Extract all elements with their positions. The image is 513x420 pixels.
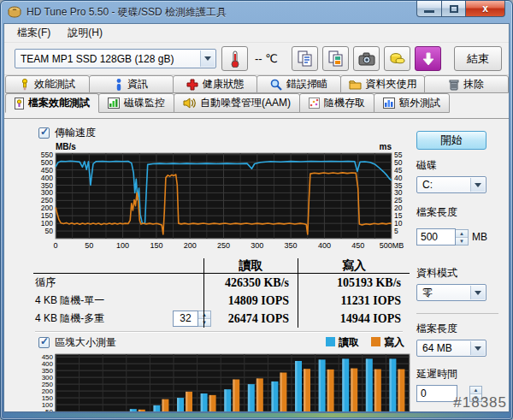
block-size-checkbox[interactable] <box>38 337 50 348</box>
screenshot-button[interactable] <box>353 46 380 71</box>
tab-random-access[interactable]: 隨機存取 <box>299 93 374 113</box>
file-benchmark-icon <box>15 98 24 109</box>
tab-error-scan[interactable]: 錯誤掃瞄 <box>256 75 341 93</box>
tab-aam[interactable]: 自動噪聲管理(AAM) <box>174 93 300 113</box>
svg-text:50: 50 <box>45 227 54 235</box>
svg-text:50: 50 <box>85 241 93 250</box>
exit-button[interactable]: 結束 <box>454 46 502 71</box>
block-size-label: 區塊大小測量 <box>55 335 116 350</box>
tab-extra-tests-label: 額外測試 <box>399 96 440 110</box>
tab-error-scan-label: 錯誤掃瞄 <box>286 77 327 92</box>
column-header-write: 寫入 <box>298 258 410 273</box>
download-arrow-icon <box>422 52 434 66</box>
tab-benchmark-label: 效能測試 <box>34 77 75 92</box>
temperature-value: -- ℃ <box>255 52 278 65</box>
tab-disk-monitor[interactable]: 磁碟監控 <box>98 93 174 113</box>
chevron-down-icon <box>470 286 485 299</box>
tab-extra-tests[interactable]: 額外測試 <box>374 93 450 113</box>
data-pattern-select[interactable]: 零 <box>416 284 486 301</box>
svg-text:0: 0 <box>53 241 57 250</box>
data-pattern-label: 資料模式 <box>416 266 500 281</box>
svg-text:350: 350 <box>285 241 298 250</box>
tab-aam-label: 自動噪聲管理(AAM) <box>200 96 291 110</box>
minimize-icon <box>424 10 434 13</box>
benchmark-content: 傳輸速度 MB/sms55050045040035030025020015010… <box>4 119 408 411</box>
extra-tests-icon <box>383 98 395 109</box>
benchmark-icon <box>20 79 30 91</box>
delay-value[interactable]: 0 <box>416 385 457 402</box>
minimize-button[interactable] <box>416 1 442 17</box>
file-benchmark-pane: 傳輸速度 MB/sms55050045040035030025020015010… <box>4 118 509 411</box>
info-icon <box>115 79 123 91</box>
queue-depth-value[interactable]: 32 <box>173 311 198 327</box>
svg-text:150: 150 <box>150 241 162 250</box>
row-4k-single-label: 4 KB 隨機-單一 <box>33 292 173 310</box>
menu-bar: 檔案(F) 說明(H) <box>4 24 509 43</box>
toolbar: TEAM MP1 SSD 128GB (128 gB) -- ℃ <box>4 43 509 75</box>
write-swatch-icon <box>371 337 380 346</box>
data-pattern-value: 零 <box>422 286 433 300</box>
watermark: #18385 <box>453 394 507 411</box>
block-file-length-select[interactable]: 64 MB <box>416 340 486 357</box>
trash-icon <box>449 79 459 91</box>
update-button[interactable] <box>415 46 441 71</box>
copy-text-button[interactable] <box>292 46 318 71</box>
thermometer-icon <box>230 50 240 68</box>
sequential-write-value: 105193 KB/s <box>298 274 410 292</box>
maximize-icon <box>450 5 458 13</box>
tab-info-label: 資訊 <box>127 77 148 92</box>
titlebar[interactable]: HD Tune Pro 5.50 - 硬碟/SSD 檢測維護工具 x <box>1 1 512 23</box>
tab-row-main: 效能測試 資訊 健康狀態 錯誤掃瞄 資料夾使用 抹除 <box>4 75 509 93</box>
section-divider <box>35 331 403 333</box>
tab-file-benchmark[interactable]: 檔案效能測試 <box>5 93 99 113</box>
close-button[interactable]: x <box>466 1 505 17</box>
tab-random-access-label: 隨機存取 <box>324 96 365 110</box>
folder-icon <box>349 79 362 90</box>
tab-folder-usage[interactable]: 資料夾使用 <box>340 75 425 93</box>
tab-disk-monitor-label: 磁碟監控 <box>124 96 165 110</box>
maximize-button[interactable] <box>442 1 466 17</box>
svg-text:100: 100 <box>116 241 129 250</box>
app-icon <box>8 6 21 18</box>
file-length-value[interactable]: 500 <box>416 228 456 245</box>
tab-health-label: 健康狀態 <box>203 77 244 92</box>
tab-erase[interactable]: 抹除 <box>424 75 509 93</box>
random-access-icon <box>309 98 320 109</box>
file-length-arrows[interactable]: ▲▼ <box>456 229 469 245</box>
camera-icon <box>358 52 375 66</box>
close-icon: x <box>482 3 488 15</box>
legend-write: 寫入 <box>371 335 404 350</box>
disk-label: 磁碟 <box>416 158 500 173</box>
svg-text:50: 50 <box>45 408 53 412</box>
transfer-speed-checkbox[interactable] <box>38 127 50 139</box>
drive-select[interactable]: TEAM MP1 SSD 128GB (128 gB) <box>15 49 216 68</box>
file-length-label: 檔案長度 <box>416 205 500 220</box>
tab-folder-usage-label: 資料夾使用 <box>366 77 417 92</box>
tab-benchmark[interactable]: 效能測試 <box>5 75 90 93</box>
disk-monitor-icon <box>108 98 120 109</box>
4k-multi-read-value: 26474 IOPS <box>203 310 298 328</box>
file-length-stepper[interactable]: 500 ▲▼ MB <box>416 228 500 245</box>
side-controls: 開始 磁碟 C: 檔案長度 500 ▲▼ MB 資料模式 零 <box>408 119 509 411</box>
copy-image-button[interactable] <box>322 46 349 71</box>
4k-single-read-value: 14809 IOPS <box>203 292 298 310</box>
drive-select-value: TEAM MP1 SSD 128GB (128 gB) <box>21 53 174 65</box>
svg-text:5: 5 <box>394 227 398 235</box>
svg-text:ms: ms <box>380 142 392 151</box>
menu-file[interactable]: 檔案(F) <box>9 24 58 42</box>
magnifier-icon <box>270 79 282 91</box>
speaker-icon <box>183 98 196 109</box>
start-button[interactable]: 開始 <box>416 131 486 150</box>
svg-text:400: 400 <box>318 241 331 250</box>
menu-help[interactable]: 說明(H) <box>60 24 110 42</box>
block-size-chart: 450400350300250200150100500.512481632641… <box>33 352 415 412</box>
save-button[interactable] <box>384 46 410 71</box>
tab-info[interactable]: 資訊 <box>89 75 174 93</box>
chart-legend: 讀取 寫入 <box>326 335 404 350</box>
tab-erase-label: 抹除 <box>463 77 484 92</box>
disk-select[interactable]: C: <box>416 176 486 193</box>
temperature-button[interactable] <box>221 46 248 71</box>
disk-stack-icon <box>390 51 405 67</box>
tab-health[interactable]: 健康狀態 <box>173 75 257 93</box>
benchmark-results-table: 讀取 寫入 循序 426350 KB/s 105193 KB/s 4 KB 隨機… <box>33 258 410 328</box>
